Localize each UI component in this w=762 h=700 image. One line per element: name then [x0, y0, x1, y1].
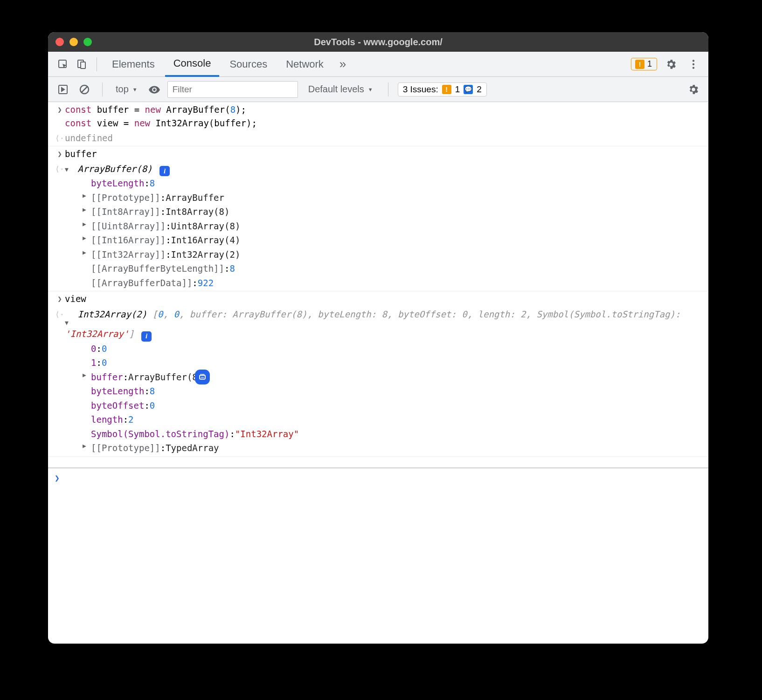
property-key: byteOffset [91, 399, 144, 412]
property-row[interactable]: byteOffset: 0 [83, 398, 702, 413]
warning-icon: ! [635, 60, 644, 69]
separator [102, 82, 103, 96]
property-key: byteLength [91, 177, 144, 190]
property-value: TypedArray [166, 441, 219, 455]
property-key: [[ArrayBufferData]] [91, 276, 192, 290]
property-row[interactable]: ▶buffer: ArrayBuffer(8 [83, 370, 702, 384]
code-line: buffer [65, 147, 702, 161]
property-key: [[Int16Array]] [91, 233, 166, 247]
console-input-row[interactable]: ❯ buffer [48, 146, 708, 162]
expand-toggle[interactable]: ▶ [83, 248, 91, 257]
svg-point-3 [693, 60, 694, 62]
svg-line-8 [81, 86, 88, 93]
console-body: ❯ const buffer = new ArrayBuffer(8); con… [48, 102, 708, 487]
info-icon[interactable]: i [159, 166, 170, 176]
expand-toggle[interactable]: ▶ [83, 233, 91, 243]
property-value: 8 [229, 262, 235, 275]
tab-elements[interactable]: Elements [104, 52, 163, 77]
property-key: 0 [91, 342, 96, 356]
console-output-row[interactable]: ⟨· Int32Array(2) [0, 0, buffer: ArrayBuf… [48, 307, 708, 456]
property-value: Int16Array(4) [171, 233, 241, 247]
expand-toggle[interactable] [65, 165, 72, 174]
property-row[interactable]: [[ArrayBufferData]]: 922 [83, 276, 702, 290]
issues-summary[interactable]: 3 Issues: ! 1 💬 2 [398, 82, 487, 96]
settings-icon[interactable] [663, 56, 679, 73]
tab-console[interactable]: Console [165, 52, 220, 77]
property-value: 0 [150, 399, 155, 412]
property-key: length [91, 413, 123, 426]
property-row[interactable]: [[ArrayBufferByteLength]]: 8 [83, 261, 702, 276]
context-selector[interactable]: top ▼ [112, 84, 141, 95]
property-value: Uint8Array(8) [171, 220, 241, 233]
expand-toggle[interactable]: ▶ [83, 371, 91, 380]
expand-toggle[interactable]: ▶ [83, 441, 91, 451]
inspect-element-icon[interactable] [55, 56, 71, 73]
property-value: Int32Array(2) [171, 248, 241, 261]
property-row[interactable]: ▶[[Int8Array]]: Int8Array(8) [83, 205, 702, 219]
property-row[interactable]: byteLength: 8 [83, 384, 702, 398]
live-expression-icon[interactable] [146, 81, 163, 98]
filter-input[interactable] [167, 81, 298, 98]
warn-count: 1 [647, 59, 652, 69]
memory-inspector-icon[interactable] [196, 371, 209, 384]
property-value: ArrayBuffer(8 [128, 371, 198, 384]
property-value: 8 [150, 384, 155, 398]
property-row[interactable]: 1: 0 [83, 356, 702, 370]
property-key: Symbol(Symbol.toStringTag) [91, 427, 229, 441]
tabs-overflow[interactable]: » [334, 57, 352, 71]
input-caret-icon: ❯ [55, 292, 65, 306]
console-prompt[interactable]: ❯ [48, 467, 708, 487]
object-header[interactable]: Int32Array(2) [0, 0, buffer: ArrayBuffer… [65, 309, 680, 339]
console-settings-icon[interactable] [685, 81, 702, 98]
maximize-button[interactable] [83, 38, 92, 46]
clear-console-icon[interactable] [76, 81, 93, 98]
input-caret-icon: ❯ [55, 103, 65, 130]
property-row[interactable]: length: 2 [83, 412, 702, 427]
more-icon[interactable] [685, 56, 702, 73]
input-caret-icon: ❯ [55, 147, 65, 161]
property-row[interactable]: ▶[[Prototype]]: ArrayBuffer [83, 191, 702, 205]
execute-icon[interactable] [55, 81, 71, 98]
info-icon[interactable]: i [141, 331, 152, 342]
property-key: 1 [91, 356, 96, 370]
property-key: [[ArrayBufferByteLength]] [91, 262, 224, 275]
expand-toggle[interactable] [65, 318, 72, 328]
log-levels-selector[interactable]: Default levels ▼ [303, 84, 379, 95]
property-row[interactable]: ▶[[Int16Array]]: Int16Array(4) [83, 233, 702, 247]
property-row[interactable]: ▶[[Prototype]]: TypedArray [83, 441, 702, 455]
property-value: 0 [102, 356, 107, 370]
chevron-down-icon: ▼ [132, 87, 138, 92]
property-value: "Int32Array" [235, 427, 299, 441]
tab-network[interactable]: Network [277, 52, 332, 77]
expand-toggle[interactable]: ▶ [83, 205, 91, 214]
property-row[interactable]: Symbol(Symbol.toStringTag): "Int32Array" [83, 427, 702, 441]
property-row[interactable]: byteLength: 8 [83, 176, 702, 191]
window-title: DevTools - www.google.com/ [48, 37, 708, 48]
svg-point-5 [693, 67, 694, 69]
property-row[interactable]: ▶[[Int32Array]]: Int32Array(2) [83, 247, 702, 262]
output-caret-icon: ⟨· [55, 162, 65, 290]
issues-badge[interactable]: ! 1 [631, 58, 657, 70]
output-caret-icon: ⟨· [55, 308, 65, 455]
property-value: ArrayBuffer [166, 191, 224, 205]
tab-sources[interactable]: Sources [221, 52, 276, 77]
expand-toggle[interactable]: ▶ [83, 191, 91, 200]
property-key: [[Prototype]] [91, 191, 160, 205]
expand-toggle[interactable]: ▶ [83, 220, 91, 229]
input-caret-icon: ❯ [55, 473, 60, 483]
minimize-button[interactable] [69, 38, 78, 46]
device-toggle-icon[interactable] [73, 56, 90, 73]
close-button[interactable] [55, 38, 64, 46]
console-output-row[interactable]: ⟨· ArrayBuffer(8) i byteLength: 8▶[[Prot… [48, 161, 708, 291]
property-key: [[Int8Array]] [91, 205, 160, 219]
chevron-down-icon: ▼ [368, 87, 373, 92]
console-input-row[interactable]: ❯ const buffer = new ArrayBuffer(8); con… [48, 102, 708, 130]
property-row[interactable]: ▶[[Uint8Array]]: Uint8Array(8) [83, 219, 702, 233]
property-value: 922 [198, 276, 214, 290]
object-header[interactable]: ArrayBuffer(8) [77, 164, 152, 174]
console-output-row[interactable]: ⟨· undefined [48, 130, 708, 146]
separator [97, 57, 97, 71]
console-input-row[interactable]: ❯ view [48, 291, 708, 307]
property-key: [[Uint8Array]] [91, 220, 166, 233]
property-row[interactable]: 0: 0 [83, 342, 702, 356]
